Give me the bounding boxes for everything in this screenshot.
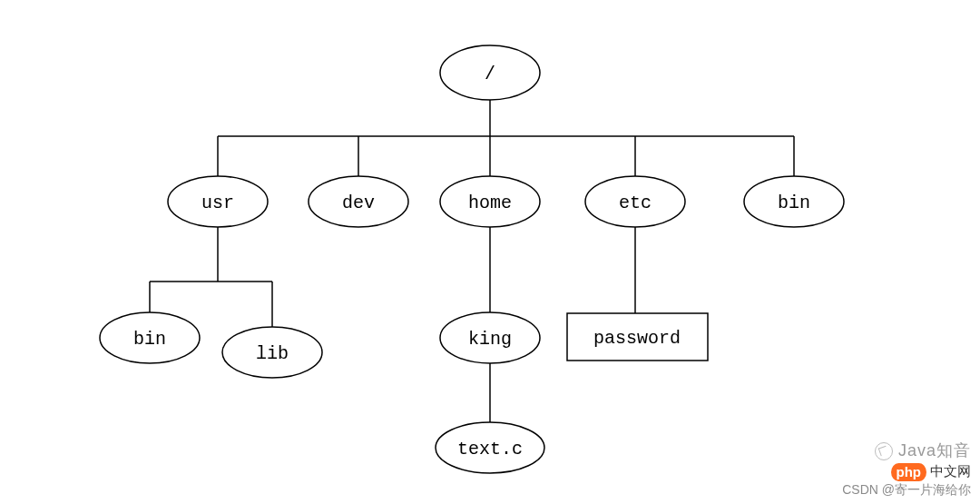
node-root-label: / (485, 64, 495, 84)
filesystem-tree-diagram: / usr dev home etc bin bin lib king text… (0, 0, 980, 504)
node-etc-label: etc (619, 193, 652, 213)
node-password-label: password (593, 328, 681, 349)
node-textc-label: text.c (457, 439, 523, 460)
node-usr-label: usr (201, 193, 234, 213)
node-bin-label: bin (778, 193, 810, 213)
node-king-label: king (468, 329, 512, 350)
node-home-label: home (468, 193, 512, 213)
node-usr-bin-label: bin (133, 329, 166, 350)
node-dev-label: dev (342, 193, 375, 213)
node-usr-lib-label: lib (256, 343, 289, 364)
